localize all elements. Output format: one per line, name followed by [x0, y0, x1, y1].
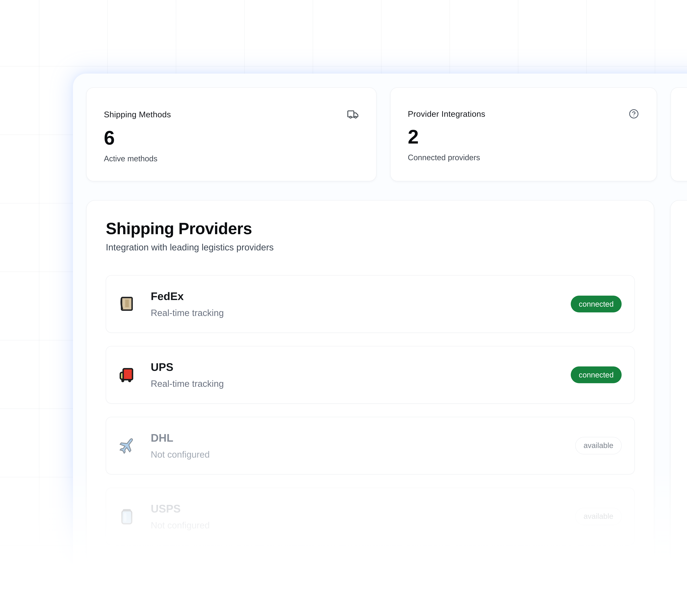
provider-subtitle: Not configured [151, 520, 575, 530]
providers-card-subtitle: Integration with leading legistics provi… [106, 242, 635, 252]
provider-row-fedex[interactable]: FedEx Real-time tracking connected [106, 275, 635, 333]
stats-row: Shipping Methods 6 Active methods [86, 87, 687, 181]
provider-name: USPS [151, 503, 575, 515]
stat-card-provider-integrations: Provider Integrations 2 Connected provid… [390, 87, 657, 181]
truck-icon [347, 108, 359, 120]
delivery-truck-icon [117, 365, 137, 384]
provider-subtitle: Not configured [151, 449, 575, 459]
status-badge-connected: connected [571, 367, 622, 383]
status-badge-available: available [575, 508, 622, 525]
shipping-providers-card: Shipping Providers Integration with lead… [86, 200, 654, 565]
provider-name: UPS [151, 361, 571, 373]
stat-value: 6 [104, 128, 359, 148]
mailbox-icon [117, 507, 137, 526]
help-circle-icon[interactable] [628, 108, 639, 119]
stat-card-countries-served: Countries Served 45 Global teach [671, 87, 687, 181]
shipping-settings-card: Shipping Settings Configure shipping opt… [670, 200, 687, 565]
stat-label: Shipping Methods [104, 110, 171, 119]
stat-card-shipping-methods: Shipping Methods 6 Active methods [86, 87, 376, 181]
provider-subtitle: Real-time tracking [151, 308, 571, 318]
provider-name: FedEx [151, 290, 571, 302]
provider-row-dhl[interactable]: DHL Not configured available [106, 417, 635, 475]
stat-subtitle: Active methods [104, 154, 359, 163]
main-panel: Shipping Methods 6 Active methods [73, 73, 687, 582]
provider-row-ups[interactable]: UPS Real-time tracking connected [106, 346, 635, 403]
provider-list: FedEx Real-time tracking connected [106, 275, 635, 545]
provider-subtitle: Real-time tracking [151, 379, 571, 389]
stat-value: 2 [408, 127, 639, 147]
status-badge-available: available [575, 437, 622, 454]
provider-row-usps[interactable]: USPS Not configured available [106, 488, 635, 545]
status-badge-connected: connected [571, 295, 622, 312]
provider-name: DHL [151, 432, 575, 444]
airplane-icon [117, 436, 137, 456]
package-icon [117, 294, 137, 314]
shipping-dashboard-page: Shipping Methods 6 Active methods [0, 0, 687, 616]
providers-card-title: Shipping Providers [106, 220, 635, 238]
stat-subtitle: Connected providers [408, 153, 639, 162]
stat-label: Provider Integrations [408, 109, 485, 119]
